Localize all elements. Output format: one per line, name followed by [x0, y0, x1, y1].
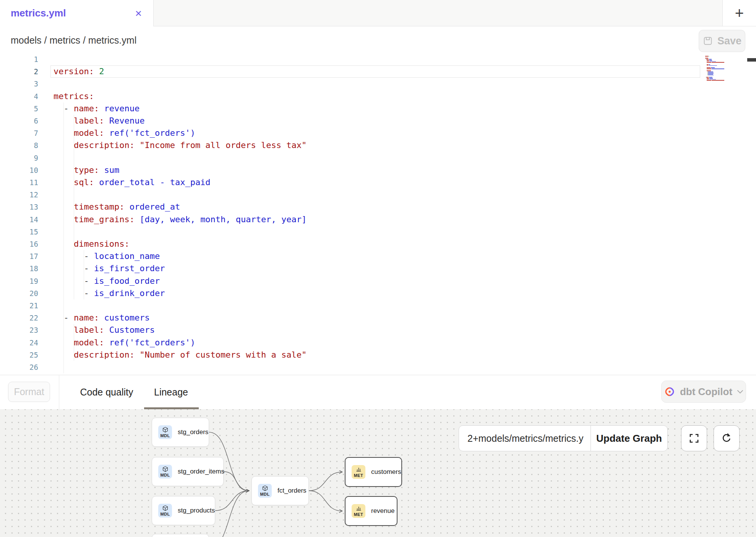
node-label: stg_order_items — [178, 468, 224, 475]
code-line[interactable]: 17 - location_name — [0, 250, 703, 262]
node-label: revenue — [371, 507, 394, 515]
code-line[interactable]: 12 — [0, 189, 703, 201]
line-number: 6 — [0, 115, 38, 127]
badge-label: MDL — [160, 473, 170, 477]
line-number: 15 — [0, 226, 38, 238]
code-line[interactable]: 26 — [0, 361, 703, 373]
floppy-disk-icon — [702, 36, 713, 46]
tab-metrics-yml[interactable]: metrics.yml × — [0, 0, 154, 26]
dbt-copilot-button[interactable]: dbt Copilot — [661, 381, 746, 403]
lineage-node-stg_order_items[interactable]: MDLstg_order_items — [152, 457, 224, 486]
refresh-icon — [720, 432, 733, 444]
code-line[interactable]: 15 — [0, 226, 703, 238]
lineage-node-stg_orders[interactable]: MDLstg_orders — [152, 418, 209, 447]
metric-badge: MET — [352, 504, 365, 518]
code-line[interactable]: 20 - is_drink_order — [0, 287, 703, 299]
code-line[interactable]: 13 timestamp: ordered_at — [0, 201, 703, 213]
code-text: dimensions: — [54, 238, 130, 250]
copilot-label: dbt Copilot — [680, 386, 732, 398]
code-line[interactable]: 2version: 2 — [0, 65, 703, 78]
code-line[interactable]: 18 - is_first_order — [0, 262, 703, 275]
model-badge: MDL — [158, 465, 172, 478]
scrollbar-thumb[interactable] — [747, 58, 756, 62]
plus-icon: + — [735, 5, 744, 21]
badge-label: MDL — [260, 492, 269, 496]
code-line[interactable]: 3 — [0, 78, 703, 90]
badge-label: MDL — [160, 433, 170, 438]
code-text: description: "Income from all orders les… — [54, 139, 307, 151]
code-text: - name: customers — [54, 312, 150, 324]
line-number: 10 — [0, 164, 38, 176]
code-text: description: "Number of customers with a… — [54, 349, 307, 361]
file-header-row: models / metrics / metrics.yml Save — [0, 26, 756, 54]
line-number: 3 — [0, 78, 38, 90]
badge-label: MET — [354, 473, 363, 478]
refresh-button[interactable] — [714, 425, 740, 451]
line-number: 12 — [0, 189, 38, 201]
model-badge: MDL — [258, 484, 272, 498]
code-text: - is_first_order — [54, 262, 165, 275]
tab-code-quality[interactable]: Code quality — [73, 375, 141, 409]
code-line[interactable]: 11 sql: order_total - tax_paid — [0, 176, 703, 189]
line-number: 4 — [0, 90, 38, 103]
code-line[interactable]: 9 — [0, 152, 703, 164]
code-line[interactable]: 25 description: "Number of customers wit… — [0, 349, 703, 361]
code-line[interactable]: 7 model: ref('fct_orders') — [0, 127, 703, 139]
code-line[interactable]: 19 - is_food_order — [0, 275, 703, 287]
code-line[interactable]: 16 dimensions: — [0, 238, 703, 250]
code-line[interactable]: 1 — [0, 54, 703, 65]
fullscreen-button[interactable] — [681, 425, 707, 451]
lineage-edge — [309, 491, 342, 511]
lineage-node-customers[interactable]: METcustomers — [345, 457, 402, 487]
new-tab-button[interactable]: + — [722, 0, 756, 26]
lineage-node-revenue[interactable]: METrevenue — [345, 496, 397, 526]
line-number: 2 — [0, 65, 38, 78]
selector-input[interactable] — [459, 426, 591, 451]
minimap[interactable] — [705, 55, 746, 93]
badge-label: MET — [354, 512, 363, 517]
cube-icon — [262, 485, 268, 491]
close-icon[interactable]: × — [135, 8, 142, 19]
line-number: 16 — [0, 238, 38, 250]
lineage-node-stg_products[interactable]: MDLstg_products — [152, 496, 215, 525]
code-text: - is_drink_order — [54, 287, 165, 299]
save-label: Save — [717, 35, 741, 47]
code-text: label: Customers — [54, 324, 155, 336]
code-text: sql: order_total - tax_paid — [54, 176, 211, 189]
bar-chart-icon — [355, 505, 362, 512]
lineage-edge — [215, 491, 249, 511]
lineage-node-fct_orders[interactable]: MDLfct_orders — [251, 476, 309, 505]
code-line[interactable]: 22 - name: customers — [0, 312, 703, 324]
line-number: 22 — [0, 312, 38, 324]
update-graph-button[interactable]: Update Graph — [591, 426, 667, 451]
format-button[interactable]: Format — [8, 382, 50, 402]
code-editor[interactable]: 12version: 234metrics:5 - name: revenue6… — [0, 54, 756, 375]
code-line[interactable]: 24 model: ref('fct_orders') — [0, 337, 703, 349]
code-text: - location_name — [54, 250, 160, 262]
code-line[interactable]: 23 label: Customers — [0, 324, 703, 336]
tab-lineage[interactable]: Lineage — [149, 375, 193, 409]
lineage-selector-group: Update Graph — [459, 425, 668, 451]
code-text: time_grains: [day, week, month, quarter,… — [54, 213, 307, 226]
save-button[interactable]: Save — [699, 30, 745, 52]
node-label: customers — [371, 468, 401, 476]
metric-badge: MET — [352, 465, 365, 479]
code-line[interactable]: 10 type: sum — [0, 164, 703, 176]
lineage-node-hidden_model[interactable]: MDL — [152, 534, 209, 537]
node-label: stg_products — [178, 507, 215, 514]
code-line[interactable]: 5 - name: revenue — [0, 103, 703, 115]
code-text: model: ref('fct_orders') — [54, 127, 195, 139]
code-line[interactable]: 8 description: "Income from all orders l… — [0, 139, 703, 151]
lineage-canvas[interactable]: MDLstg_orders MDLstg_order_items MDLstg_… — [0, 409, 756, 537]
tab-strip-empty — [154, 0, 722, 26]
line-number: 8 — [0, 139, 38, 151]
line-number: 23 — [0, 324, 38, 336]
cube-icon — [162, 505, 169, 511]
code-text: metrics: — [54, 90, 94, 103]
line-number: 25 — [0, 349, 38, 361]
bottom-panel-bar: Format Code quality Lineage dbt Copilot — [0, 375, 756, 409]
code-line[interactable]: 4metrics: — [0, 90, 703, 103]
code-line[interactable]: 6 label: Revenue — [0, 115, 703, 127]
code-line[interactable]: 21 — [0, 299, 703, 312]
code-line[interactable]: 14 time_grains: [day, week, month, quart… — [0, 213, 703, 226]
